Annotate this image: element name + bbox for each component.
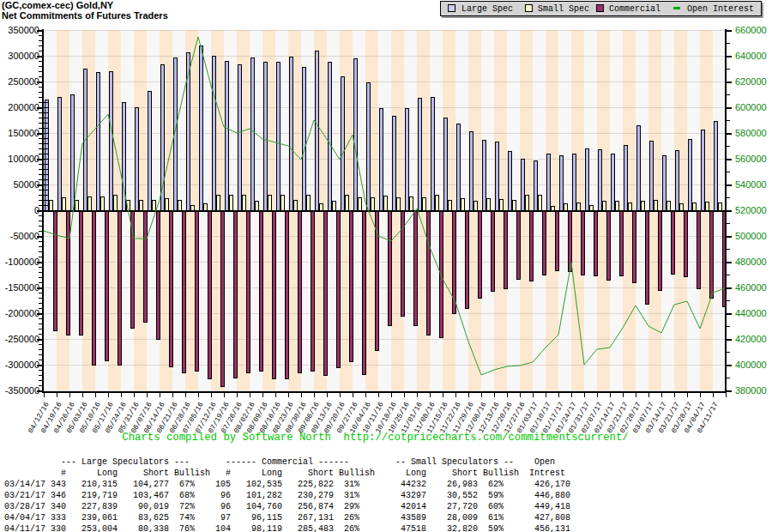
svg-text:520000: 520000: [735, 205, 767, 215]
svg-text:460000: 460000: [735, 282, 767, 293]
svg-text:Net Commitments of Futures Tra: Net Commitments of Futures Traders: [2, 10, 168, 21]
svg-text:Small Spec: Small Spec: [538, 4, 589, 14]
svg-text:500000: 500000: [735, 231, 767, 241]
svg-text:(GC,comex-cec) Gold,NY: (GC,comex-cec) Gold,NY: [2, 0, 114, 10]
svg-text:580000: 580000: [735, 128, 767, 138]
svg-text:540000: 540000: [735, 179, 767, 190]
svg-text:-150000: -150000: [5, 282, 39, 293]
svg-text:420000: 420000: [735, 334, 767, 344]
svg-text:-100000: -100000: [5, 257, 39, 267]
svg-text:400000: 400000: [735, 360, 767, 370]
svg-text:0: 0: [34, 205, 39, 215]
svg-text:620000: 620000: [735, 76, 767, 87]
svg-text:480000: 480000: [735, 257, 767, 267]
svg-text:380000: 380000: [735, 385, 767, 396]
svg-text:660000: 660000: [735, 25, 767, 35]
svg-text:150000: 150000: [8, 128, 39, 138]
svg-text:-250000: -250000: [5, 334, 39, 344]
svg-text:440000: 440000: [735, 308, 767, 318]
svg-text:-50000: -50000: [10, 231, 39, 241]
svg-text:560000: 560000: [735, 154, 767, 164]
svg-text:50000: 50000: [13, 179, 39, 190]
svg-text:200000: 200000: [8, 102, 39, 112]
svg-text:600000: 600000: [735, 102, 767, 112]
svg-text:100000: 100000: [8, 154, 39, 164]
svg-text:Large Spec: Large Spec: [461, 4, 513, 14]
svg-text:300000: 300000: [8, 51, 39, 61]
svg-text:-200000: -200000: [5, 308, 39, 318]
svg-text:-300000: -300000: [5, 360, 39, 370]
svg-text:-350000: -350000: [5, 385, 39, 396]
svg-text:Commercial: Commercial: [609, 4, 660, 14]
svg-text:640000: 640000: [735, 51, 767, 61]
svg-text:Open Interest: Open Interest: [687, 4, 754, 14]
svg-text:350000: 350000: [8, 25, 39, 35]
svg-text:250000: 250000: [8, 76, 39, 87]
